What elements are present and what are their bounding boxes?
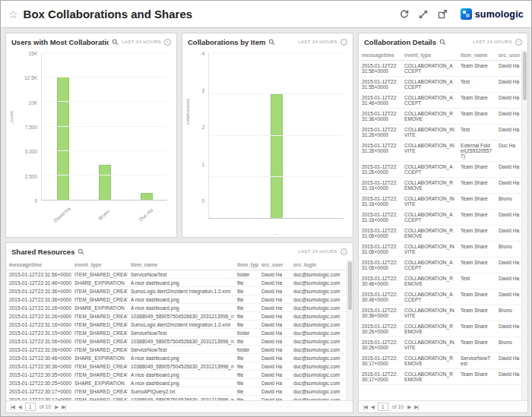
table-row[interactable]: 2015-01-12T22:31:26+0000SHARE_EXPIRATION…: [6, 304, 347, 312]
vertical-scrollbar[interactable]: [347, 260, 353, 400]
table-cell: A nice dashboard.png: [128, 279, 234, 287]
table-row[interactable]: 2015-01-12T22:31:36+0000ITEM_SHARED_CREA…: [6, 295, 347, 304]
column-header-src_user[interactable]: src_user: [258, 260, 290, 270]
zoom-panel-icon[interactable]: [78, 248, 84, 255]
info-icon[interactable]: [340, 39, 347, 46]
table-row[interactable]: 2015-01-12T22:30:46+0000COLLABORATION_RE…: [359, 273, 521, 289]
table-row[interactable]: 2015-01-12T22:30:46+0000COLLABORATION_AC…: [359, 289, 521, 305]
table-row[interactable]: 2015-01-12T22:31:26+0000COLLABORATION_IN…: [359, 125, 521, 141]
panel-header: Collaborations by Item LAST 24 HOURS: [182, 33, 353, 50]
sumologic-logo[interactable]: sumologic: [461, 8, 524, 20]
pagination-bar: |◀ ◀ 1 of 10 ▶ ▶|: [6, 400, 353, 412]
favorite-star-icon[interactable]: ☆: [8, 8, 18, 21]
table-row[interactable]: 2015-01-12T22:31:06+0000COLLABORATION_AC…: [359, 257, 521, 273]
next-page-button[interactable]: ▶: [407, 404, 410, 410]
column-header-item_name[interactable]: item_name: [128, 260, 234, 270]
fullscreen-expand-icon[interactable]: [418, 9, 429, 20]
table-cell: David Ha: [496, 353, 521, 369]
next-page-button[interactable]: ▶: [55, 404, 58, 410]
column-header-messagetime[interactable]: messagetime: [6, 260, 71, 270]
table-cell: David Ha: [496, 257, 521, 273]
table-row[interactable]: 2015-01-12T22:30:36+0000ITEM_SHARED_CREA…: [6, 362, 347, 371]
y-tick-label: 7,500: [25, 125, 37, 130]
info-icon[interactable]: [340, 248, 347, 255]
column-header-src_user[interactable]: src_user: [496, 50, 521, 61]
table-row[interactable]: 2015-01-12T22:31:15+0000ITEM_SHARED_CREA…: [6, 329, 347, 337]
table-row[interactable]: 2015-01-12T22:30:17+0000ITEM_SHARED_CREA…: [6, 387, 347, 396]
zoom-panel-icon[interactable]: [268, 39, 275, 46]
table-row[interactable]: 2015-01-12T22:30:26+0000COLLABORATION_IN…: [359, 337, 521, 353]
vertical-scrollbar[interactable]: [521, 50, 527, 400]
table-row[interactable]: 2015-01-12T22:31:36+0000COLLABORATION_RE…: [359, 109, 521, 125]
zoom-panel-icon[interactable]: [439, 39, 446, 46]
table-row[interactable]: 2015-01-12T22:31:26+0000COLLABORATION_IN…: [359, 141, 521, 162]
table-row[interactable]: 2015-01-12T22:30:46+0000SHARE_EXPIRATION…: [6, 354, 347, 362]
first-page-button[interactable]: |◀: [363, 404, 367, 410]
page-number-input[interactable]: 1: [25, 403, 36, 411]
column-header-event_type[interactable]: event_type: [401, 50, 458, 61]
y-tick-label: 5,000: [25, 149, 37, 154]
x-tick-label: …: [274, 230, 279, 235]
table-cell: ITEM_SHARED_CREATE: [71, 387, 128, 396]
table-cell: David Ha: [496, 210, 521, 226]
column-header-src_login[interactable]: src_login: [290, 260, 347, 270]
table-cell: file: [234, 304, 258, 312]
bar-David Ha[interactable]: [57, 77, 69, 200]
table-row[interactable]: 2015-01-12T22:30:26+0000COLLABORATION_RE…: [359, 321, 521, 337]
table-row[interactable]: 2015-01-12T22:31:16+0000COLLABORATION_IN…: [359, 194, 521, 210]
table-scroll-area[interactable]: messagetimeevent_typeitem_namesrc_user 2…: [359, 50, 521, 400]
table-row[interactable]: 2015-01-12T22:30:17+0000COLLABORATION_RE…: [359, 353, 521, 369]
table-row[interactable]: 2015-01-12T22:30:35+0000ITEM_SHARED_CREA…: [6, 371, 347, 379]
zoom-panel-icon[interactable]: [112, 39, 119, 46]
table-cell: David Ha: [496, 125, 521, 141]
table-row[interactable]: 2015-01-12T22:31:56+0000COLLABORATION_AC…: [359, 61, 521, 77]
prev-page-button[interactable]: ◀: [371, 404, 374, 410]
table-row[interactable]: 2015-01-12T22:31:36+0000ITEM_SHARED_CREA…: [6, 287, 347, 295]
table-cell: SumoLogic Alert2Incident Integration.1.0…: [128, 287, 234, 295]
scrollbar-thumb[interactable]: [348, 261, 352, 310]
info-icon[interactable]: [515, 39, 522, 46]
bar-Duc Ha[interactable]: [141, 193, 153, 200]
table-cell: 2015-01-12T22:30:46+0000: [359, 273, 401, 289]
column-header-event_type[interactable]: event_type: [71, 260, 128, 270]
table-row[interactable]: 2015-01-12T22:31:16+0000ITEM_SHARED_CREA…: [6, 321, 347, 329]
column-header-item_name[interactable]: item_name: [458, 50, 496, 61]
table-row[interactable]: 2015-01-12T22:31:06+0000COLLABORATION_RE…: [359, 226, 521, 242]
table-row[interactable]: 2015-01-12T22:30:17+0000COLLABORATION_RE…: [359, 369, 521, 385]
table-row[interactable]: 2015-01-12T22:31:26+0000COLLABORATION_AC…: [359, 162, 521, 178]
table-cell: David Ha: [496, 321, 521, 337]
table-row[interactable]: 2015-01-12T22:30:25+0000SHARE_EXPIRATION…: [6, 379, 347, 387]
table-row[interactable]: 2015-01-12T22:31:56+0000ITEM_SHARED_CREA…: [6, 270, 347, 279]
bar-…[interactable]: [271, 94, 283, 218]
last-page-button[interactable]: ▶|: [414, 404, 418, 410]
table-row[interactable]: 2015-01-12T22:31:16+0000COLLABORATION_RE…: [359, 178, 521, 194]
table-row[interactable]: 2015-01-12T22:31:46+0000COLLABORATION_AC…: [359, 93, 521, 109]
table-cell: duc@sumologic.com: [290, 379, 347, 387]
column-header-messagetime[interactable]: messagetime: [359, 50, 401, 61]
table-cell: 2015-01-12T22:31:26+0000: [6, 304, 71, 312]
table-row[interactable]: 2015-01-12T22:31:26+0000ITEM_SHARED_CREA…: [6, 312, 347, 321]
scrollbar-thumb[interactable]: [523, 52, 527, 100]
column-header-item_type[interactable]: item_type: [234, 260, 258, 270]
table-row[interactable]: 2015-01-12T22:31:55+0000COLLABORATION_AC…: [359, 77, 521, 93]
bar-Bruno[interactable]: [99, 165, 111, 200]
table-row[interactable]: 2015-01-12T22:31:06+0000ITEM_SHARED_CREA…: [6, 337, 347, 346]
table-cell: David Ha: [258, 295, 290, 304]
table-row[interactable]: 2015-01-12T22:31:06+0000COLLABORATION_IN…: [359, 242, 521, 257]
page-title: Box Collaborations and Shares: [24, 8, 193, 21]
table-cell: ITEM_SHARED_CREATE: [71, 329, 128, 337]
share-icon[interactable]: [437, 9, 448, 20]
refresh-icon[interactable]: [399, 9, 410, 20]
y-tick-label: 2,500: [25, 173, 37, 178]
last-page-button[interactable]: ▶|: [62, 404, 65, 410]
info-icon[interactable]: [164, 39, 171, 46]
page-number-input[interactable]: 1: [378, 403, 388, 411]
table-row[interactable]: 2015-01-12T22:31:06+0000ITEM_SHARED_CREA…: [6, 346, 347, 354]
table-scroll-area[interactable]: messagetimeevent_typeitem_nameitem_types…: [6, 260, 347, 400]
table-row[interactable]: 2015-01-12T22:31:16+0000COLLABORATION_AC…: [359, 210, 521, 226]
table-cell: David Ha: [258, 279, 290, 287]
table-row[interactable]: 2015-01-12T22:31:46+0000SHARE_EXPIRATION…: [6, 279, 347, 287]
table-row[interactable]: 2015-01-12T22:30:36+0000COLLABORATION_IN…: [359, 305, 521, 321]
prev-page-button[interactable]: ◀: [18, 404, 21, 410]
first-page-button[interactable]: |◀: [11, 404, 14, 410]
